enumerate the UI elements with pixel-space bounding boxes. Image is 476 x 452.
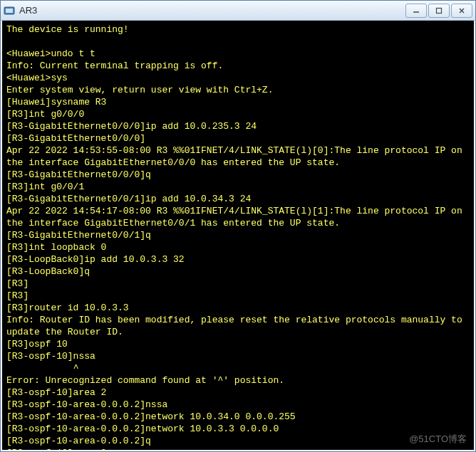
window-controls [405,4,472,18]
svg-rect-3 [437,8,442,13]
titlebar[interactable]: AR3 [1,1,475,21]
maximize-button[interactable] [428,4,450,18]
app-window: AR3 The device is running! <Huawei>undo … [0,0,476,452]
svg-rect-1 [6,9,13,13]
minimize-button[interactable] [405,4,427,18]
app-icon [4,5,15,16]
close-button[interactable] [451,4,472,18]
terminal-text: The device is running! <Huawei>undo t t … [6,23,470,451]
terminal-output[interactable]: The device is running! <Huawei>undo t t … [1,21,475,451]
window-title: AR3 [19,5,405,16]
